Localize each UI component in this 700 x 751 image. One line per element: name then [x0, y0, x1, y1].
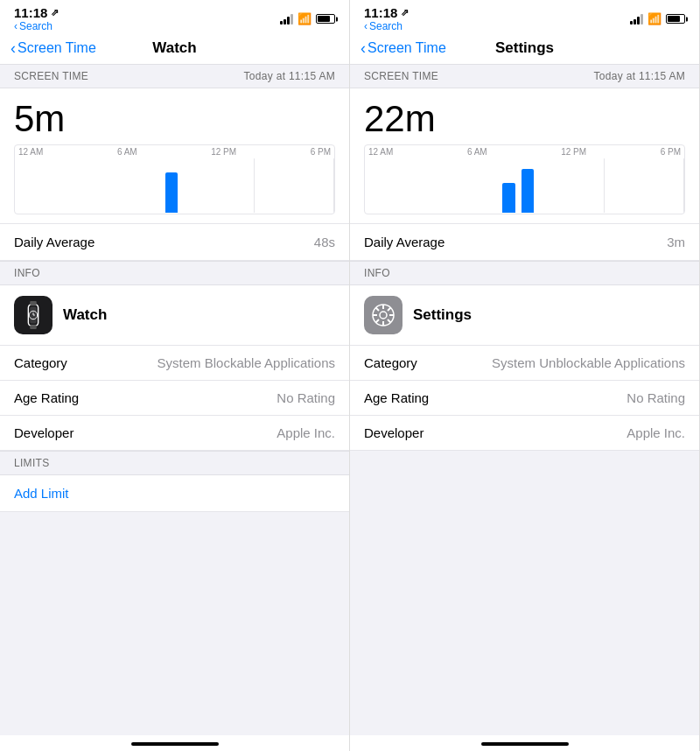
back-label: Screen Time: [18, 40, 96, 56]
back-button[interactable]: ‹ Screen Time: [360, 39, 446, 58]
daily-average-value: 48s: [314, 235, 335, 249]
status-left: 11:18 ⇗ ‹ Search: [364, 5, 409, 32]
watch-icon-svg: [21, 301, 46, 329]
age-rating-label: Age Rating: [14, 390, 79, 405]
info-section-header-r: INFO: [350, 261, 699, 285]
developer-value: Apple Inc.: [276, 425, 335, 440]
limits-label: LIMITS: [14, 457, 49, 469]
svg-line-15: [388, 308, 391, 312]
svg-point-8: [380, 312, 387, 319]
daily-average-label: Daily Average: [14, 235, 94, 249]
screen-time-block-r: 22m 12 AM 6 AM 12 PM 6 PM: [350, 88, 699, 223]
location-arrow-icon: ⇗: [401, 7, 409, 18]
daily-average-row: Daily Average 48s: [0, 223, 349, 261]
home-indicator-r: [350, 735, 699, 751]
back-label: Screen Time: [368, 40, 446, 56]
developer-row: Developer Apple Inc.: [0, 416, 349, 451]
svg-line-16: [376, 319, 380, 323]
screen-time-section-header-r: SCREEN TIME Today at 11:15 AM: [350, 64, 699, 88]
add-limit-label[interactable]: Add Limit: [14, 486, 69, 501]
chart-label-6pm: 6 PM: [311, 147, 331, 157]
svg-rect-2: [30, 301, 37, 305]
search-label: Search: [19, 20, 52, 32]
chart-bar-r1: [502, 183, 515, 213]
location-arrow-icon: ⇗: [51, 7, 59, 18]
nav-bar-settings: ‹ Screen Time Settings: [350, 36, 699, 64]
chart-area-r: [365, 158, 684, 213]
screen-time-duration: 22m: [364, 101, 685, 137]
category-value: System Blockable Applications: [158, 355, 335, 370]
app-icon-settings: [364, 296, 402, 334]
chart-label-12am: 12 AM: [368, 147, 393, 157]
battery-icon: [316, 14, 335, 24]
category-row-r: Category System Unblockable Applications: [350, 346, 699, 381]
settings-phone-panel: 11:18 ⇗ ‹ Search 📶 ‹ Screen Time: [350, 0, 700, 751]
category-row: Category System Blockable Applications: [0, 346, 349, 381]
section-label: SCREEN TIME: [364, 70, 438, 82]
search-label: Search: [369, 20, 402, 32]
search-back[interactable]: ‹ Search: [364, 20, 402, 32]
svg-rect-3: [30, 325, 37, 329]
screen-time-duration: 5m: [14, 101, 335, 137]
chart-label-12pm: 12 PM: [211, 147, 236, 157]
app-name-r: Settings: [413, 306, 472, 324]
screen-time-block: 5m 12 AM 6 AM 12 PM 6 PM: [0, 88, 349, 223]
signal-icon: [630, 14, 643, 25]
developer-value-r: Apple Inc.: [626, 425, 685, 440]
status-right: 📶: [630, 12, 685, 25]
time-text: 11:18: [364, 5, 397, 20]
page-title: Settings: [495, 39, 554, 57]
limits-section-header: LIMITS: [0, 451, 349, 475]
chart-labels-r: 12 AM 6 AM 12 PM 6 PM: [365, 145, 684, 158]
time-text: 11:18: [14, 5, 47, 20]
chevron-left-icon: ‹: [10, 39, 16, 58]
app-icon-watch: [14, 296, 52, 334]
age-rating-label: Age Rating: [364, 390, 429, 405]
app-name: Watch: [63, 306, 107, 324]
limits-empty-area-r: [350, 451, 699, 735]
add-limit-row[interactable]: Add Limit: [0, 475, 349, 512]
status-right: 📶: [280, 12, 335, 25]
category-label: Category: [14, 355, 67, 370]
chart-label-6am: 6 AM: [467, 147, 487, 157]
home-bar-r: [481, 742, 569, 746]
category-label: Category: [364, 355, 417, 370]
screen-time-section-header: SCREEN TIME Today at 11:15 AM: [0, 64, 349, 88]
developer-row-r: Developer Apple Inc.: [350, 416, 699, 451]
developer-label: Developer: [14, 425, 74, 440]
section-timestamp: Today at 11:15 AM: [594, 70, 686, 82]
daily-average-row-r: Daily Average 3m: [350, 223, 699, 261]
page-title: Watch: [152, 39, 196, 57]
section-timestamp: Today at 11:15 AM: [244, 70, 336, 82]
age-rating-row: Age Rating No Rating: [0, 381, 349, 416]
chevron-left-icon: ‹: [364, 20, 368, 32]
info-label: INFO: [364, 267, 390, 279]
usage-chart-r: 12 AM 6 AM 12 PM 6 PM: [364, 144, 685, 214]
status-time: 11:18 ⇗: [14, 5, 59, 20]
daily-average-label: Daily Average: [364, 235, 444, 249]
home-indicator: [0, 735, 349, 751]
limits-empty-area: [0, 512, 349, 735]
status-bar-left: 11:18 ⇗ ‹ Search 📶: [0, 0, 349, 36]
age-rating-value-r: No Rating: [626, 390, 685, 405]
chevron-left-icon: ‹: [14, 20, 18, 32]
chevron-left-icon: ‹: [360, 39, 366, 58]
chart-area: [15, 158, 334, 213]
back-button[interactable]: ‹ Screen Time: [10, 39, 96, 58]
search-back[interactable]: ‹ Search: [14, 20, 52, 32]
nav-bar: ‹ Screen Time Watch: [0, 36, 349, 64]
chart-bar-1: [165, 172, 178, 214]
battery-icon: [666, 14, 685, 24]
category-value-r: System Unblockable Applications: [492, 355, 685, 370]
chart-labels: 12 AM 6 AM 12 PM 6 PM: [15, 145, 334, 158]
wifi-icon: 📶: [298, 12, 312, 25]
info-section-header: INFO: [0, 261, 349, 285]
info-label: INFO: [14, 267, 40, 279]
usage-chart: 12 AM 6 AM 12 PM 6 PM: [14, 144, 335, 214]
svg-line-14: [388, 319, 391, 323]
watch-phone-panel: 11:18 ⇗ ‹ Search 📶 ‹ Screen Time: [0, 0, 350, 751]
chart-label-12am: 12 AM: [18, 147, 43, 157]
age-rating-value: No Rating: [276, 390, 335, 405]
settings-icon-svg: [371, 303, 396, 327]
status-bar-right: 11:18 ⇗ ‹ Search 📶: [350, 0, 699, 36]
